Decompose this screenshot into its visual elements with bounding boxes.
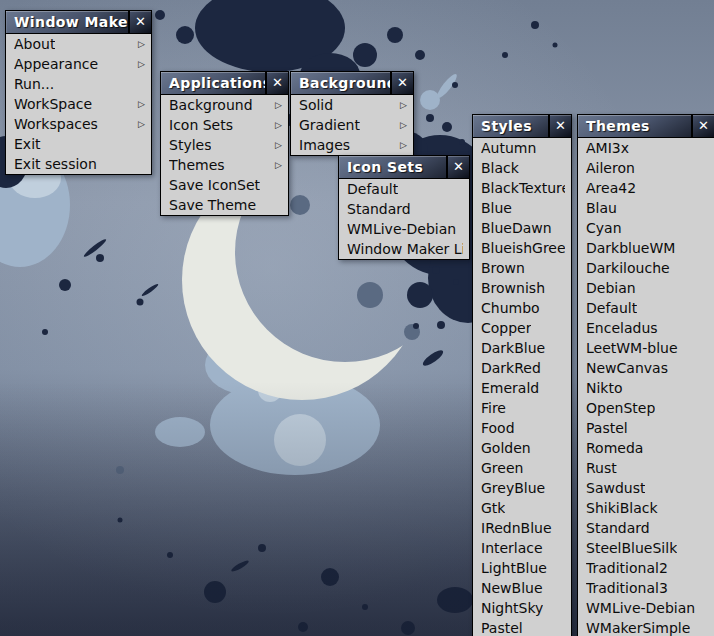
menu-item-irednblue[interactable]: IRednBlue [473,518,571,538]
menu-item-label: Traditional3 [586,580,668,596]
menu-item-blau[interactable]: Blau [578,198,714,218]
close-icon[interactable]: ✕ [548,115,571,137]
menu-item-wmakersimple[interactable]: WMakerSimple [578,618,714,636]
menu-item-copper[interactable]: Copper [473,318,571,338]
menu-item-steelbluesilk[interactable]: SteelBlueSilk [578,538,714,558]
submenu-arrow-icon: ▷ [132,119,145,129]
menu-item-blacktexture[interactable]: BlackTexture [473,178,571,198]
menu-item-styles[interactable]: Styles▷ [161,135,288,155]
close-icon[interactable]: ✕ [446,156,469,178]
menu-item-appearance[interactable]: Appearance▷ [6,54,151,74]
menu-item-aileron[interactable]: Aileron [578,158,714,178]
menu-titlebar-styles[interactable]: Styles✕ [473,115,571,137]
menu-item-workspace[interactable]: WorkSpace▷ [6,94,151,114]
menu-item-emerald[interactable]: Emerald [473,378,571,398]
menu-item-newcanvas[interactable]: NewCanvas [578,358,714,378]
menu-item-bluedawn[interactable]: BlueDawn [473,218,571,238]
menu-item-ami3x[interactable]: AMI3x [578,138,714,158]
menu-item-about[interactable]: About▷ [6,34,151,54]
menu-item-save-theme[interactable]: Save Theme [161,195,288,215]
menu-item-images[interactable]: Images▷ [291,135,413,155]
menu-item-label: Blau [586,200,617,216]
menu-item-label: ShikiBlack [586,500,658,516]
menu-titlebar-icon-sets[interactable]: Icon Sets✕ [339,156,469,178]
menu-item-enceladus[interactable]: Enceladus [578,318,714,338]
menu-item-pastel[interactable]: Pastel [578,418,714,438]
menu-item-blue[interactable]: Blue [473,198,571,218]
menu-item-label: Black [481,160,519,176]
menu-item-lightblue[interactable]: LightBlue [473,558,571,578]
menu-item-darkblue[interactable]: DarkBlue [473,338,571,358]
menu-item-standard[interactable]: Standard [339,199,469,219]
menu-item-themes[interactable]: Themes▷ [161,155,288,175]
menu-item-traditional2[interactable]: Traditional2 [578,558,714,578]
menu-item-leetwm-blue[interactable]: LeetWM-blue [578,338,714,358]
menu-item-run[interactable]: Run... [6,74,151,94]
menu-item-darkred[interactable]: DarkRed [473,358,571,378]
menu-item-label: Enceladus [586,320,658,336]
menu-item-workspaces[interactable]: Workspaces▷ [6,114,151,134]
menu-item-pastel[interactable]: Pastel [473,618,571,636]
menu-item-green[interactable]: Green [473,458,571,478]
menu-item-label: Golden [481,440,531,456]
menu-item-shikiblack[interactable]: ShikiBlack [578,498,714,518]
menu-item-gtk[interactable]: Gtk [473,498,571,518]
menu-item-greyblue[interactable]: GreyBlue [473,478,571,498]
close-icon[interactable]: ✕ [691,115,714,137]
menu-item-default[interactable]: Default [339,179,469,199]
menu-item-wmlive-debian[interactable]: WMLive-Debian [578,598,714,618]
menu-titlebar-window-maker[interactable]: Window Maker✕ [6,11,151,33]
menu-item-cyan[interactable]: Cyan [578,218,714,238]
menu-item-blueishgreen[interactable]: BlueishGreen [473,238,571,258]
menu-item-label: Gradient [299,117,360,133]
menu-item-area42[interactable]: Area42 [578,178,714,198]
menu-items-background: Solid▷Gradient▷Images▷ [291,94,413,155]
menu-item-golden[interactable]: Golden [473,438,571,458]
menu-item-standard[interactable]: Standard [578,518,714,538]
menu-item-sawdust[interactable]: Sawdust [578,478,714,498]
menu-item-darkilouche[interactable]: Darkilouche [578,258,714,278]
menu-titlebar-themes[interactable]: Themes✕ [578,115,714,137]
menu-item-autumn[interactable]: Autumn [473,138,571,158]
menu-item-icon-sets[interactable]: Icon Sets▷ [161,115,288,135]
menu-item-exit-session[interactable]: Exit session [6,154,151,174]
menu-item-debian[interactable]: Debian [578,278,714,298]
menu-item-gradient[interactable]: Gradient▷ [291,115,413,135]
menu-item-brown[interactable]: Brown [473,258,571,278]
menu-item-nikto[interactable]: Nikto [578,378,714,398]
submenu-arrow-icon: ▷ [269,140,282,150]
menu-item-label: BlackTexture [481,180,565,196]
menu-titlebar-applications[interactable]: Applications✕ [161,72,288,94]
menu-titlebar-background[interactable]: Background✕ [291,72,413,94]
menu-item-label: Cyan [586,220,622,236]
menu-item-label: Sawdust [586,480,645,496]
close-icon[interactable]: ✕ [128,11,151,33]
menu-item-black[interactable]: Black [473,158,571,178]
menu-item-food[interactable]: Food [473,418,571,438]
menu-item-label: Exit [14,136,41,152]
close-icon[interactable]: ✕ [390,72,413,94]
menu-items-themes: AMI3xAileronArea42BlauCyanDarkblueWMDark… [578,137,714,636]
menu-item-brownish[interactable]: Brownish [473,278,571,298]
menu-item-openstep[interactable]: OpenStep [578,398,714,418]
menu-item-darkbluewm[interactable]: DarkblueWM [578,238,714,258]
menu-item-solid[interactable]: Solid▷ [291,95,413,115]
menu-item-nightsky[interactable]: NightSky [473,598,571,618]
menu-item-chumbo[interactable]: Chumbo [473,298,571,318]
menu-item-romeda[interactable]: Romeda [578,438,714,458]
menu-item-background[interactable]: Background▷ [161,95,288,115]
menu-item-label: Icon Sets [169,117,233,133]
menu-item-save-iconset[interactable]: Save IconSet [161,175,288,195]
menu-title: Applications [161,72,265,94]
menu-item-fire[interactable]: Fire [473,398,571,418]
menu-item-default[interactable]: Default [578,298,714,318]
menu-item-newblue[interactable]: NewBlue [473,578,571,598]
menu-item-interlace[interactable]: Interlace [473,538,571,558]
menu-item-label: Pastel [586,420,628,436]
menu-item-wmlive-debian[interactable]: WMLive-Debian [339,219,469,239]
menu-item-window-maker-live[interactable]: Window Maker Live [339,239,469,259]
close-icon[interactable]: ✕ [265,72,288,94]
menu-item-traditional3[interactable]: Traditional3 [578,578,714,598]
menu-item-rust[interactable]: Rust [578,458,714,478]
menu-item-exit[interactable]: Exit [6,134,151,154]
